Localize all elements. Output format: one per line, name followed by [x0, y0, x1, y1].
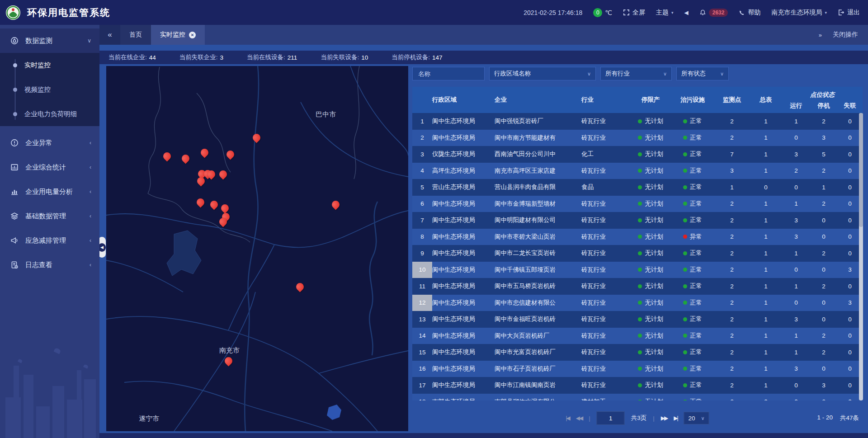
- theme-dropdown[interactable]: 主题 ▾: [656, 9, 674, 17]
- cell-halt-count: 2: [810, 196, 837, 212]
- close-icon[interactable]: ×: [189, 32, 196, 38]
- col-header-sub: 运行: [782, 102, 810, 110]
- scroll-tabs-left-button[interactable]: «: [99, 25, 120, 45]
- table-row[interactable]: 14阆中生态环境局阆中大兴页岩机砖厂砖瓦行业无计划正常21120: [412, 328, 863, 344]
- cell-bureau: 阆中生态环境局: [432, 262, 495, 278]
- sidebar-subitem-实时监控[interactable]: 实时监控: [0, 53, 99, 77]
- stop-status-label: 无计划: [645, 332, 663, 340]
- table-row[interactable]: 3仪陇生态环境局西南油气田分公司川中化工无计划正常71350: [412, 146, 863, 163]
- table-row[interactable]: 16阆中生态环境局阆中市石子页岩机砖厂砖瓦行业无计划正常21300: [412, 361, 863, 377]
- table-row[interactable]: 7阆中生态环境局阆中明阳建材有限公司砖瓦行业无计划正常21300: [412, 212, 863, 229]
- prev-page-button[interactable]: ◀◀: [576, 415, 582, 421]
- table-row[interactable]: 18南部生态环境局南部县砌体水泥有限公建材加工无计划正常60060: [412, 394, 863, 401]
- cell-monitor-count: 2: [714, 344, 750, 361]
- table-row[interactable]: 15阆中生态环境局阆中市光富页岩机砖厂砖瓦行业无计划正常21120: [412, 344, 863, 361]
- table-row[interactable]: 17阆中生态环境局阆中市江南镇阆南页岩砖瓦行业无计划正常21030: [412, 377, 863, 394]
- map-pin[interactable]: [201, 147, 209, 158]
- sidebar-item-基础数据管理[interactable]: 基础数据管理‹: [0, 204, 99, 228]
- industry-filter-value: 所有行业: [605, 70, 630, 78]
- sidebar-item-企业异常[interactable]: 企业异常‹: [0, 131, 99, 155]
- map-pin[interactable]: [219, 217, 227, 227]
- sidebar-subitem-企业电力负荷明细[interactable]: 企业电力负荷明细: [0, 102, 99, 126]
- table-row[interactable]: 5营山生态环境局营山县润丰肉食品有限食品无计划正常10010: [412, 179, 863, 196]
- table-row[interactable]: 1阆中生态环境局阆中强锐页岩砖厂砖瓦行业无计划正常21120: [412, 113, 863, 130]
- map-pin[interactable]: [226, 149, 235, 160]
- first-page-button[interactable]: |◀: [566, 415, 569, 421]
- map-pin[interactable]: [208, 169, 216, 180]
- help-button[interactable]: 帮助: [739, 9, 760, 17]
- pin-icon: [330, 199, 341, 210]
- map-pin[interactable]: [197, 176, 205, 187]
- chevron-down-icon: ▾: [671, 10, 674, 15]
- cell-index: 4: [412, 163, 432, 179]
- cell-industry: 砖瓦行业: [581, 377, 630, 394]
- map-pin[interactable]: [210, 199, 218, 210]
- table-row[interactable]: 6阆中生态环境局阆中市金博瑞新型墙材砖瓦行业无计划正常21120: [412, 196, 863, 212]
- table-row[interactable]: 4高坪生态环境局南充市高坪区王家店建砖瓦行业无计划正常31220: [412, 163, 863, 179]
- sidebar-item-数据监测[interactable]: 数据监测∨: [0, 28, 99, 53]
- filter-bar: 行政区域名称 ∨ 所有行业 ∨ 所有状态 ∨: [412, 67, 729, 80]
- cell-index: 9: [412, 245, 432, 262]
- cell-bureau: 南部生态环境局: [432, 394, 495, 401]
- cell-bureau: 阆中生态环境局: [432, 328, 495, 344]
- notification-area[interactable]: 2632: [699, 9, 728, 17]
- map-pin[interactable]: [163, 151, 171, 162]
- cell-halt-count: 0: [810, 295, 837, 311]
- gis-map[interactable]: 巴中市南充市遂宁市: [106, 66, 408, 431]
- sidebar-item-企业综合统计[interactable]: 企业综合统计‹: [0, 155, 99, 179]
- region-filter-select[interactable]: 行政区域名称 ∨: [489, 67, 596, 80]
- sidebar-item-label: 基础数据管理: [25, 212, 66, 221]
- table-row[interactable]: 10阆中生态环境局阆中千佛镇五郎垭页岩砖瓦行业无计划正常21003: [412, 262, 863, 278]
- sidebar-subitem-视频监控[interactable]: 视频监控: [0, 77, 99, 102]
- table-row[interactable]: 9阆中生态环境局阆中市二龙长宝页岩砖砖瓦行业无计划正常21120: [412, 245, 863, 262]
- last-page-button[interactable]: ▶|: [674, 415, 677, 421]
- scrollbar-thumb[interactable]: [859, 113, 863, 227]
- tab-首页[interactable]: 首页: [120, 25, 151, 45]
- status-filter-select[interactable]: 所有状态 ∨: [676, 67, 729, 80]
- name-filter-input[interactable]: [417, 70, 480, 78]
- table-row[interactable]: 13阆中生态环境局阆中市金福旺页岩机砖砖瓦行业无计划正常21300: [412, 311, 863, 328]
- table-row[interactable]: 12阆中生态环境局阆中市忠信建材有限公砖瓦行业无计划正常21003: [412, 295, 863, 311]
- map-pin[interactable]: [332, 199, 340, 210]
- cell-monitor-count: 2: [714, 130, 750, 146]
- map-pin[interactable]: [253, 132, 261, 143]
- cell-facility-status: 正常: [671, 245, 714, 262]
- page-size-select[interactable]: 20 ∨: [684, 412, 709, 424]
- close-operations-button[interactable]: 关闭操作: [833, 31, 858, 39]
- cell-industry: 砖瓦行业: [581, 212, 630, 229]
- sidebar-item-应急减排管理[interactable]: 应急减排管理‹: [0, 228, 99, 253]
- map-pin[interactable]: [296, 282, 304, 292]
- cell-run-count: 1: [782, 245, 810, 262]
- status-dot: [683, 301, 687, 305]
- table-scrollbar[interactable]: [859, 113, 863, 400]
- facility-status-label: 正常: [690, 332, 702, 340]
- pin-icon: [251, 132, 262, 143]
- scroll-tabs-right-button[interactable]: »: [819, 32, 821, 38]
- map-pin[interactable]: [182, 153, 190, 164]
- cell-index: 18: [412, 394, 432, 401]
- org-dropdown[interactable]: 南充市生态环境局 ▾: [771, 9, 827, 17]
- table-row[interactable]: 2阆中生态环境局阆中市南方节能建材有砖瓦行业无计划正常21030: [412, 130, 863, 146]
- industry-filter-select[interactable]: 所有行业 ∨: [600, 67, 672, 80]
- page-number-input[interactable]: [597, 411, 625, 425]
- cell-facility-status: 正常: [671, 361, 714, 377]
- logout-button[interactable]: 退出: [838, 9, 860, 17]
- map-pin[interactable]: [197, 197, 205, 208]
- facility-status-label: 正常: [690, 315, 702, 323]
- cell-index: 17: [412, 377, 432, 394]
- sidebar-item-企业用电量分析[interactable]: 企业用电量分析‹: [0, 179, 99, 204]
- map-pin[interactable]: [219, 169, 227, 180]
- sidebar-item-日志查看[interactable]: 日志查看‹: [0, 253, 99, 277]
- fullscreen-button[interactable]: 全屏: [623, 9, 645, 17]
- next-page-button[interactable]: ▶▶: [661, 415, 667, 421]
- map-pin[interactable]: [225, 356, 233, 367]
- tab-实时监控[interactable]: 实时监控×: [151, 25, 205, 45]
- table-row[interactable]: 8阆中生态环境局阆中市枣碧大梁山页岩砖瓦行业无计划异常21300: [412, 229, 863, 245]
- monitor-icon: [10, 36, 19, 45]
- cell-stop-status: 无计划: [630, 245, 671, 262]
- mute-button[interactable]: ◀: [684, 9, 689, 16]
- table-row[interactable]: 11阆中生态环境局阆中市五马桥页岩机砖砖瓦行业无计划正常21120: [412, 278, 863, 295]
- cell-monitor-count: 2: [714, 377, 750, 394]
- status-dot: [638, 119, 642, 123]
- cell-bureau: 阆中生态环境局: [432, 377, 495, 394]
